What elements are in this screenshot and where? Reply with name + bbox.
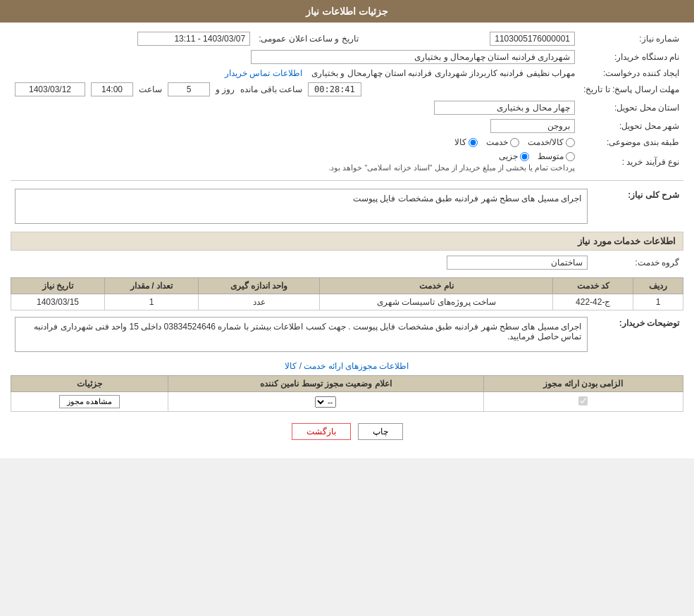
col-row: ردیف bbox=[633, 278, 683, 294]
need-number-value: 1103005176000001 bbox=[391, 30, 579, 48]
need-desc-cell: اجرای مسیل های سطح شهر فرادنبه طبق مشخصا… bbox=[11, 187, 592, 226]
buyer-org-cell: شهرداری فرادنبه استان چهارمحال و بختیاری bbox=[11, 48, 579, 66]
row-num: 1 bbox=[633, 294, 683, 310]
reply-time-box: 14:00 bbox=[91, 82, 133, 96]
reply-remaining-label: ساعت باقی مانده bbox=[240, 84, 302, 94]
license-row: -- مشاهده مجوز bbox=[11, 392, 683, 412]
buyer-notes-label: توضیحات خریدار: bbox=[592, 315, 683, 354]
page-wrapper: جزئیات اطلاعات نیاز شماره نیاز: 11030051… bbox=[0, 0, 694, 458]
creator-label: ایجاد کننده درخواست: bbox=[579, 66, 683, 80]
footer-buttons: چاپ بازگشت bbox=[11, 423, 683, 440]
col-date: تاریخ نیاز bbox=[11, 278, 105, 294]
service-group-cell: ساختمان bbox=[11, 253, 592, 272]
delivery-province-cell: چهار محال و بختیاری bbox=[11, 99, 579, 117]
purchase-mottaset-item: متوسط bbox=[538, 151, 575, 161]
need-desc-box: اجرای مسیل های سطح شهر فرادنبه طبق مشخصا… bbox=[15, 189, 588, 224]
category-cell: کالا/خدمت خدمت کالا bbox=[11, 135, 579, 149]
announce-date-cell: 1403/03/07 - 13:11 bbox=[11, 30, 254, 48]
category-khadamat-item: خدمت bbox=[486, 137, 519, 147]
announce-date-box: 1403/03/07 - 13:11 bbox=[137, 32, 250, 46]
col-qty: تعداد / مقدار bbox=[105, 278, 199, 294]
basic-info-table: شماره نیاز: 1103005176000001 تاریخ و ساع… bbox=[11, 30, 683, 175]
reply-deadline-label: مهلت ارسال پاسخ: تا تاریخ: bbox=[579, 80, 683, 99]
license-col-required: الزامی بودن ارائه مجوز bbox=[483, 376, 683, 392]
reply-days-label: روز و bbox=[216, 84, 235, 94]
buyer-notes-table: توضیحات خریدار: اجرای مسیل های سطح شهر ف… bbox=[11, 315, 683, 354]
license-col-status: اعلام وضعیت مجوز توسط نامین کننده bbox=[168, 376, 483, 392]
reply-remaining-box: 00:28:41 bbox=[308, 82, 361, 96]
row-date: 1403/03/15 bbox=[11, 294, 105, 310]
services-table: ردیف کد خدمت نام خدمت واحد اندازه گیری ت… bbox=[11, 277, 683, 310]
service-group-box: ساختمان bbox=[447, 256, 588, 270]
category-khadamat-label: خدمت bbox=[486, 137, 508, 147]
announce-date-label: تاریخ و ساعت اعلان عمومی: bbox=[254, 30, 363, 48]
delivery-province-box: چهار محال و بختیاری bbox=[434, 101, 575, 115]
buyer-org-label: نام دستگاه خریدار: bbox=[579, 48, 683, 66]
license-status-select[interactable]: -- bbox=[315, 396, 336, 408]
spacer bbox=[363, 30, 391, 48]
license-table: الزامی بودن ارائه مجوز اعلام وضعیت مجوز … bbox=[11, 375, 683, 412]
main-content: شماره نیاز: 1103005176000001 تاریخ و ساع… bbox=[0, 23, 694, 458]
reply-time-label: ساعت bbox=[139, 84, 162, 94]
license-details-cell: مشاهده مجوز bbox=[11, 392, 168, 412]
delivery-province-label: استان محل تحویل: bbox=[579, 99, 683, 117]
license-required-cell bbox=[483, 392, 683, 412]
service-group-table: گروه خدمت: ساختمان bbox=[11, 253, 683, 272]
purchase-mottaset-label: متوسط bbox=[538, 151, 564, 161]
purchase-desc: پرداخت تمام یا بخشی از مبلغ خریدار از مح… bbox=[15, 163, 575, 172]
license-col-details: جزئیات bbox=[11, 376, 168, 392]
reply-date-box: 1403/03/12 bbox=[15, 82, 85, 96]
purchase-type-label: نوع فرآیند خرید : bbox=[579, 149, 683, 175]
creator-cell: مهراب نظیفی فرادنبه کاربرداز شهرداری فرا… bbox=[11, 66, 579, 80]
print-button[interactable]: چاپ bbox=[358, 423, 403, 440]
reply-deadline-cell: 00:28:41 ساعت باقی مانده روز و 5 ساعت 14… bbox=[11, 80, 579, 99]
row-code: ج-42-422 bbox=[553, 294, 633, 310]
col-unit: واحد اندازه گیری bbox=[198, 278, 319, 294]
delivery-city-label: شهر محل تحویل: bbox=[579, 117, 683, 135]
category-kala-khadamat-label: کالا/خدمت bbox=[528, 137, 564, 147]
purchase-mottaset-radio[interactable] bbox=[566, 152, 575, 161]
license-required-checkbox[interactable] bbox=[578, 396, 588, 406]
need-number-box: 1103005176000001 bbox=[490, 32, 575, 46]
table-row: 1 ج-42-422 ساخت پروژه‌های تاسیسات شهری ع… bbox=[11, 294, 683, 310]
view-license-button[interactable]: مشاهده مجوز bbox=[59, 395, 120, 408]
service-group-label: گروه خدمت: bbox=[592, 253, 683, 272]
category-kala-khadamat-item: کالا/خدمت bbox=[528, 137, 575, 147]
category-kala-item: کالا bbox=[454, 137, 478, 147]
col-name: نام خدمت bbox=[320, 278, 553, 294]
delivery-city-box: بروجن bbox=[490, 119, 575, 133]
category-kala-khadamat-radio[interactable] bbox=[566, 138, 575, 147]
need-desc-table: شرح کلی نیاز: اجرای مسیل های سطح شهر فرا… bbox=[11, 187, 683, 226]
services-section-header: اطلاعات خدمات مورد نیاز bbox=[11, 232, 683, 251]
purchase-type-cell: متوسط جزیی پرداخت تمام یا بخشی از مبلغ خ… bbox=[11, 149, 579, 175]
creator-value: مهراب نظیفی فرادنبه کاربرداز شهرداری فرا… bbox=[311, 68, 575, 78]
purchase-jozi-radio[interactable] bbox=[520, 152, 529, 161]
row-qty: 1 bbox=[105, 294, 199, 310]
divider-1 bbox=[11, 180, 683, 181]
reply-days-box: 5 bbox=[168, 82, 210, 96]
license-section-title[interactable]: اطلاعات مجوزهای ارائه خدمت / کالا bbox=[11, 361, 683, 371]
buyer-org-box: شهرداری فرادنبه استان چهارمحال و بختیاری bbox=[251, 50, 575, 64]
contact-link[interactable]: اطلاعات تماس خریدار bbox=[225, 68, 302, 78]
purchase-jozi-label: جزیی bbox=[499, 151, 518, 161]
page-title: جزئیات اطلاعات نیاز bbox=[306, 6, 388, 17]
category-label: طبقه بندی موضوعی: bbox=[579, 135, 683, 149]
page-header: جزئیات اطلاعات نیاز bbox=[0, 0, 694, 23]
license-status-cell: -- bbox=[168, 392, 483, 412]
purchase-jozi-item: جزیی bbox=[499, 151, 529, 161]
back-button[interactable]: بازگشت bbox=[292, 423, 351, 440]
delivery-city-cell: بروجن bbox=[11, 117, 579, 135]
category-kala-radio[interactable] bbox=[469, 138, 478, 147]
row-name: ساخت پروژه‌های تاسیسات شهری bbox=[320, 294, 553, 310]
buyer-notes-cell: اجرای مسیل های سطح شهر فرادنبه طبق مشخصا… bbox=[11, 315, 592, 354]
col-code: کد خدمت bbox=[553, 278, 633, 294]
row-unit: عدد bbox=[198, 294, 319, 310]
need-number-label: شماره نیاز: bbox=[579, 30, 683, 48]
category-khadamat-radio[interactable] bbox=[510, 138, 519, 147]
need-desc-label: شرح کلی نیاز: bbox=[592, 187, 683, 226]
category-kala-label: کالا bbox=[454, 137, 466, 147]
buyer-notes-box: اجرای مسیل های سطح شهر فرادنبه طبق مشخصا… bbox=[15, 317, 588, 352]
